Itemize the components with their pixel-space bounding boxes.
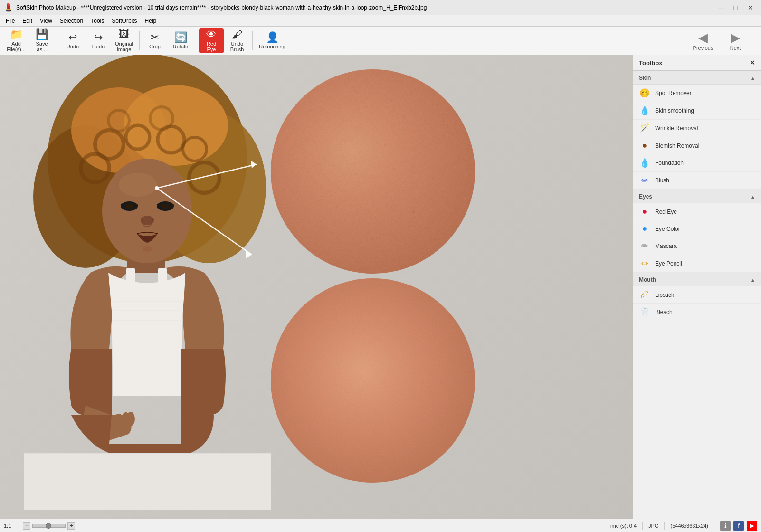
red-eye-toolbar-button[interactable]: 👁 Red Eye [199,28,224,53]
close-button[interactable]: ✕ [744,2,757,13]
rotate-button[interactable]: 🔄 Rotate [168,28,193,53]
menu-selection[interactable]: Selection [56,16,87,26]
menu-softorbits[interactable]: SoftOrbits [108,16,141,26]
minimize-button[interactable]: ─ [713,2,727,13]
crop-label: Crop [149,44,161,49]
blemish-removal-item[interactable]: ● Blemish Removal [633,137,761,154]
toolbar-sep-2 [139,31,140,50]
youtube-button[interactable]: ▶ [747,521,757,531]
toolbox-close-icon[interactable]: ✕ [750,59,755,66]
crop-button[interactable]: ✂ Crop [143,28,167,53]
save-as-button[interactable]: 💾 Save as... [29,28,54,53]
wrinkle-removal-item[interactable]: 🪄 Wrinkle Removal [633,120,761,137]
svg-point-41 [317,163,319,165]
time-section: Time (s): 0.4 [608,523,637,529]
redo-button[interactable]: ↪ Redo [86,28,111,53]
zoom-slider[interactable] [32,524,66,528]
foundation-item[interactable]: 💧 Foundation [633,154,761,172]
bleach-label: Bleach [655,309,673,315]
add-file-button[interactable]: 📁 Add File(s)... [4,28,29,53]
spot-remover-item[interactable]: 😊 Spot Remover [633,85,761,102]
toolbox-header: Toolbox ✕ [633,55,761,71]
mascara-item[interactable]: ✏ Mascara [633,238,761,255]
skin-section-header[interactable]: Skin ▲ [633,71,761,85]
blush-item[interactable]: ✏ Blush [633,172,761,190]
status-div-1 [17,522,17,530]
redo-icon: ↪ [94,32,103,43]
skin-smoothing-item[interactable]: 💧 Skin smoothing [633,102,761,120]
spot-remover-icon: 😊 [639,88,650,98]
zoom-thumb[interactable] [46,523,51,529]
menu-help[interactable]: Help [141,16,161,26]
facebook-button[interactable]: f [733,521,744,531]
menu-file[interactable]: File [2,16,19,26]
svg-point-47 [412,211,414,213]
title-bar: 💄 SoftSkin Photo Makeup - ****Unregister… [0,0,761,15]
zoom-level-label: 1:1 [4,523,11,529]
toolbar-sep-1 [57,31,57,50]
foundation-label: Foundation [655,160,684,166]
svg-point-48 [446,201,447,203]
retouching-label: Retouching [259,44,285,49]
save-as-label: Save as... [36,41,48,52]
undo-brush-label: Undo Brush [230,41,244,52]
status-bar: 1:1 − + Time (s): 0.4 JPG (5446x3631x24)… [0,519,761,532]
eyes-section-header[interactable]: Eyes ▲ [633,190,761,203]
wrinkle-removal-icon: 🪄 [639,123,650,133]
svg-rect-49 [271,278,475,483]
lipstick-item[interactable]: 🖊 Lipstick [633,286,761,304]
previous-button[interactable]: ◀ Previous [689,30,717,51]
svg-point-35 [365,106,367,108]
svg-point-36 [403,116,405,118]
maximize-button[interactable]: □ [729,2,742,13]
bleach-item[interactable]: 🦷 Bleach [633,304,761,321]
red-eye-item[interactable]: ● Red Eye [633,203,761,220]
title-bar-left: 💄 SoftSkin Photo Makeup - ****Unregister… [4,3,427,12]
title-bar-controls[interactable]: ─ □ ✕ [713,2,757,13]
menu-view[interactable]: View [36,16,56,26]
retouching-button[interactable]: 👤 Retouching [256,28,289,53]
lipstick-label: Lipstick [655,292,674,298]
mouth-section-header[interactable]: Mouth ▲ [633,273,761,286]
menu-tools[interactable]: Tools [87,16,108,26]
original-image-icon: 🖼 [119,29,129,40]
eyes-section-label: Eyes [639,193,652,200]
mascara-icon: ✏ [639,241,650,251]
nav-section: ◀ Previous ▶ Next [689,30,750,51]
canvas-area[interactable] [0,55,633,519]
undo-brush-icon: 🖌 [232,29,242,40]
zoom-control[interactable]: − + [23,522,75,530]
svg-point-39 [384,144,386,146]
blemish-removal-label: Blemish Removal [655,142,699,149]
eye-pencil-item[interactable]: ✏ Eye Pencil [633,255,761,273]
zoom-minus-button[interactable]: − [23,522,30,530]
svg-point-34 [327,112,329,113]
format-section: JPG [648,523,658,529]
redo-label: Redo [92,44,105,49]
original-image-button[interactable]: 🖼 Original Image [112,28,136,53]
zoom-plus-button[interactable]: + [67,522,75,530]
menu-edit[interactable]: Edit [19,16,36,26]
eye-pencil-label: Eye Pencil [655,260,682,267]
bleach-icon: 🦷 [639,307,650,317]
info-button[interactable]: ℹ [720,521,731,531]
undo-button[interactable]: ↩ Undo [60,28,85,53]
svg-point-43 [393,168,395,170]
window-title: SoftSkin Photo Makeup - ****Unregistered… [16,4,427,11]
mouth-section-arrow-icon: ▲ [751,277,755,283]
wrinkle-removal-label: Wrinkle Removal [655,125,698,132]
svg-point-29 [126,412,135,426]
eye-pencil-icon: ✏ [639,258,650,269]
next-button[interactable]: ▶ Next [721,30,750,51]
zoom-section: 1:1 [4,523,11,529]
foundation-icon: 💧 [639,158,650,168]
red-eye-toolbar-label: Red Eye [207,41,216,52]
undo-brush-button[interactable]: 🖌 Undo Brush [225,28,249,53]
toolbar-sep-4 [252,31,253,50]
eye-color-item[interactable]: ● Eye Color [633,220,761,238]
rotate-label: Rotate [173,44,188,49]
spot-remover-label: Spot Remover [655,90,692,96]
status-div-2 [642,522,643,530]
toolbar: 📁 Add File(s)... 💾 Save as... ↩ Undo ↪ R… [0,27,761,55]
blush-label: Blush [655,177,669,184]
